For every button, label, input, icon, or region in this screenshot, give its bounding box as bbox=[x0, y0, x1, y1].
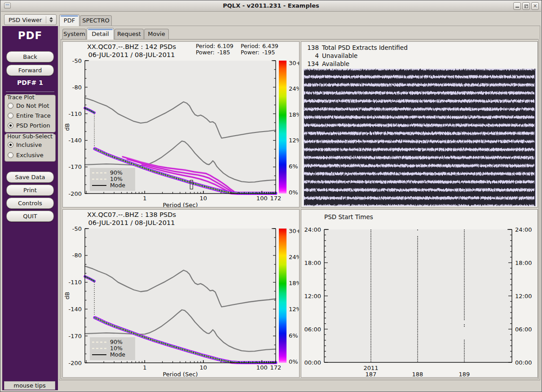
trace-plot-group-title: Trace Plot bbox=[6, 94, 35, 100]
psd-plot-bottom[interactable]: -50-80-110-140-170-200dB110100172Period … bbox=[63, 210, 299, 377]
save-data-button[interactable]: Save Data bbox=[6, 172, 54, 183]
combo-arrows-icon[interactable] bbox=[48, 16, 54, 23]
svg-text:172: 172 bbox=[270, 195, 282, 202]
radio-icon[interactable] bbox=[8, 113, 13, 119]
viewer-select-value: PSD Viewer bbox=[9, 17, 42, 23]
svg-text:10%: 10% bbox=[110, 176, 123, 182]
svg-text:24:00: 24:00 bbox=[304, 226, 321, 233]
pdf-page-label: PDF# 1 bbox=[2, 79, 58, 86]
svg-text:12:00: 12:00 bbox=[515, 293, 532, 300]
trace-plot-group: Trace Plot Do Not Plot Entire Trace PSD … bbox=[4, 95, 56, 132]
radio-exclusive[interactable]: Exclusive bbox=[8, 151, 44, 159]
svg-text:10: 10 bbox=[200, 364, 207, 371]
svg-text:-140: -140 bbox=[68, 137, 82, 144]
svg-text:Period (Sec): Period (Sec) bbox=[163, 371, 198, 377]
pdf-tab-frame: System Detail Request Movie XX.QC07.--.B… bbox=[59, 26, 540, 380]
back-button[interactable]: Back bbox=[6, 51, 54, 62]
window-title: PQLX - v2011.231 - Examples bbox=[1, 2, 541, 9]
radio-icon[interactable] bbox=[8, 152, 13, 158]
svg-text:6%: 6% bbox=[289, 163, 298, 170]
svg-text:6%: 6% bbox=[289, 332, 298, 339]
viewer-select[interactable]: PSD Viewer bbox=[4, 14, 57, 25]
sidebar-header: PDF bbox=[2, 30, 58, 41]
tab-request[interactable]: Request bbox=[115, 29, 144, 39]
svg-text:-200: -200 bbox=[68, 190, 82, 197]
radio-psd-portion[interactable]: PSD Portion bbox=[8, 121, 50, 129]
combo-separator bbox=[46, 16, 46, 23]
svg-text:30+: 30+ bbox=[289, 228, 299, 234]
svg-text:24%: 24% bbox=[289, 85, 299, 92]
svg-text:100: 100 bbox=[256, 195, 268, 202]
svg-text:Mode: Mode bbox=[110, 351, 125, 358]
start-times-panel: PSD Start Times 24:0024:0018:0018:0012:0… bbox=[301, 209, 538, 378]
svg-text:-50: -50 bbox=[72, 225, 82, 232]
psd-plot-top[interactable]: -50-80-110-140-170-200dB110100172Period … bbox=[63, 42, 299, 207]
svg-text:24%: 24% bbox=[289, 254, 299, 260]
radio-entire-trace[interactable]: Entire Trace bbox=[8, 111, 51, 119]
svg-text:dB: dB bbox=[64, 292, 71, 300]
svg-text:dB: dB bbox=[64, 123, 71, 131]
radio-icon[interactable] bbox=[8, 103, 13, 109]
svg-text:2011: 2011 bbox=[363, 365, 378, 371]
svg-text:18:00: 18:00 bbox=[515, 260, 532, 266]
extracts-summary: 138Total PSD Extracts Identified 4Unavai… bbox=[307, 44, 408, 68]
svg-text:12:00: 12:00 bbox=[304, 293, 321, 300]
tab-system[interactable]: System bbox=[62, 29, 86, 39]
maximize-icon bbox=[524, 4, 528, 8]
svg-text:1: 1 bbox=[143, 364, 146, 371]
minimize-icon bbox=[516, 7, 519, 8]
svg-text:-200: -200 bbox=[68, 360, 82, 366]
radio-icon[interactable] bbox=[8, 142, 13, 148]
svg-text:100: 100 bbox=[256, 364, 268, 371]
start-times-plot[interactable]: 24:0024:0018:0018:0012:0012:0006:0006:00… bbox=[301, 210, 538, 377]
radio-inclusive[interactable]: Inclusive bbox=[8, 141, 42, 149]
svg-text:189: 189 bbox=[459, 371, 470, 377]
mouse-tips-button[interactable]: mouse tips bbox=[4, 381, 55, 390]
close-button[interactable]: ✕ bbox=[531, 2, 539, 10]
print-button[interactable]: Print bbox=[6, 185, 54, 196]
svg-text:10%: 10% bbox=[110, 345, 123, 352]
svg-text:0%: 0% bbox=[289, 189, 298, 196]
psd-plot-top-panel: XX.QC07.--.BHZ : 142 PSDs 06-JUL-2011 / … bbox=[62, 41, 300, 207]
svg-text:90%: 90% bbox=[110, 169, 123, 176]
svg-text:12%: 12% bbox=[289, 137, 299, 144]
svg-text:-140: -140 bbox=[68, 306, 82, 313]
svg-text:18:00: 18:00 bbox=[304, 260, 321, 266]
svg-text:172: 172 bbox=[270, 364, 282, 371]
svg-text:18%: 18% bbox=[289, 280, 299, 286]
svg-text:00:00: 00:00 bbox=[304, 359, 321, 366]
svg-text:1: 1 bbox=[143, 195, 146, 202]
svg-text:Mode: Mode bbox=[110, 182, 125, 189]
forward-button[interactable]: Forward bbox=[6, 65, 54, 76]
trace-panel: 138Total PSD Extracts Identified 4Unavai… bbox=[301, 41, 538, 207]
minimize-button[interactable] bbox=[513, 2, 521, 10]
detail-content: XX.QC07.--.BHZ : 142 PSDs 06-JUL-2011 / … bbox=[61, 39, 538, 379]
close-icon: ✕ bbox=[532, 3, 538, 9]
pqlx-window: PQLX - v2011.231 - Examples ✕ PSD Viewer… bbox=[0, 0, 542, 392]
svg-text:00:00: 00:00 bbox=[515, 359, 532, 366]
psd-plot-bottom-panel: XX.QC07.--.BHZ : 138 PSDs 06-JUL-2011 / … bbox=[62, 209, 300, 378]
seismic-traces[interactable] bbox=[304, 69, 536, 206]
tab-spectro[interactable]: SPECTRO bbox=[80, 15, 112, 26]
hour-subselect-group-title: Hour Sub-Select bbox=[6, 133, 53, 139]
radio-icon[interactable] bbox=[8, 123, 13, 128]
titlebar[interactable]: PQLX - v2011.231 - Examples ✕ bbox=[1, 0, 541, 12]
svg-text:12%: 12% bbox=[289, 306, 299, 313]
sidebar-separator bbox=[6, 92, 54, 92]
quit-button[interactable]: QUIT bbox=[6, 211, 54, 222]
svg-text:-80: -80 bbox=[72, 84, 82, 91]
pdf-sidebar: PDF Back Forward PDF# 1 Trace Plot Do No… bbox=[2, 26, 58, 390]
controls-button[interactable]: Controls bbox=[6, 198, 54, 209]
svg-text:-170: -170 bbox=[68, 333, 82, 339]
svg-text:-110: -110 bbox=[68, 110, 82, 117]
tab-movie[interactable]: Movie bbox=[144, 29, 169, 39]
svg-text:-110: -110 bbox=[68, 279, 82, 286]
svg-text:188: 188 bbox=[412, 371, 423, 377]
radio-do-not-plot[interactable]: Do Not Plot bbox=[8, 101, 49, 110]
svg-text:-50: -50 bbox=[72, 57, 82, 64]
tab-pdf[interactable]: PDF bbox=[59, 14, 79, 26]
tab-detail[interactable]: Detail bbox=[87, 28, 114, 40]
maximize-button[interactable] bbox=[522, 2, 530, 10]
svg-text:187: 187 bbox=[366, 371, 377, 377]
svg-text:Period (Sec): Period (Sec) bbox=[163, 202, 198, 207]
